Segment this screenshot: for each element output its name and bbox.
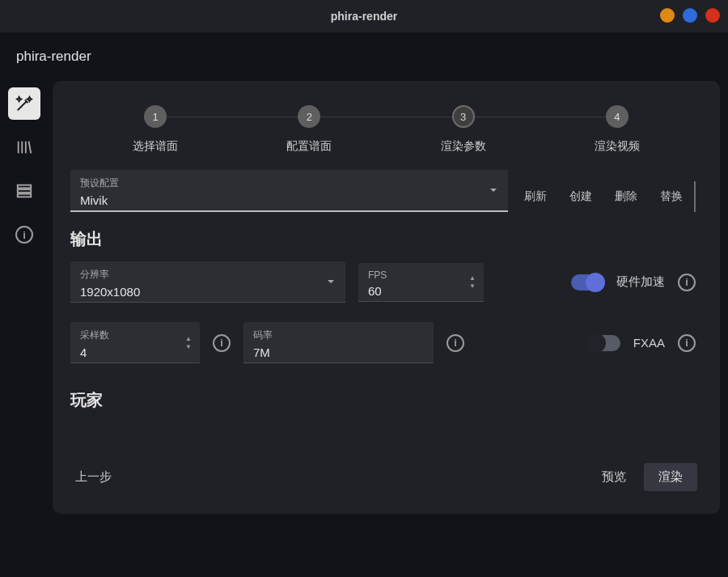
- preview-button[interactable]: 预览: [592, 463, 636, 491]
- field-value: 7M: [253, 346, 424, 359]
- sidebar-item-library[interactable]: [8, 131, 40, 163]
- output-row-2: 采样数 4 ▲ ▼ 码率 7M: [70, 322, 696, 363]
- window-controls: [660, 8, 720, 23]
- output-row-1: 分辨率 1920x1080 FPS 60 ▲: [70, 261, 696, 303]
- minimize-button[interactable]: [660, 8, 675, 23]
- hwaccel-toggle[interactable]: [571, 274, 603, 291]
- footer: 上一步 预览 渲染: [75, 463, 697, 491]
- chevron-down-icon: [489, 185, 498, 195]
- step-circle: 2: [298, 105, 320, 128]
- delete-button[interactable]: 删除: [603, 181, 649, 212]
- step-circle: 1: [144, 105, 167, 128]
- step-circle: 4: [606, 105, 629, 128]
- svg-rect-0: [18, 185, 32, 189]
- sidebar-item-wand[interactable]: [8, 87, 40, 120]
- card: 1 选择谱面 2 配置谱面 3 渲染参数: [53, 81, 720, 514]
- svg-rect-2: [18, 194, 32, 197]
- field-label: FPS: [368, 269, 474, 281]
- samples-info-icon[interactable]: [213, 334, 231, 352]
- field-value: 4: [80, 346, 190, 359]
- fxaa-info-icon[interactable]: [678, 334, 696, 352]
- field-label: 码率: [253, 329, 424, 342]
- step-label: 渲染视频: [595, 139, 640, 154]
- fxaa-label: FXAA: [633, 336, 665, 350]
- step-label: 渲染参数: [441, 139, 486, 154]
- step-label: 选择谱面: [133, 139, 178, 154]
- preset-actions: 刷新 创建 删除 替换: [513, 181, 696, 212]
- field-value: 1920x1080: [80, 285, 336, 299]
- create-button[interactable]: 创建: [558, 181, 603, 212]
- sidebar-item-list[interactable]: [8, 175, 40, 207]
- info-icon: [15, 226, 33, 244]
- step-2[interactable]: 2 配置谱面: [232, 105, 386, 154]
- main-panel: 1 选择谱面 2 配置谱面 3 渲染参数: [49, 81, 728, 577]
- stepper: 1 选择谱面 2 配置谱面 3 渲染参数: [78, 105, 694, 154]
- step-circle: 3: [452, 105, 475, 128]
- render-button[interactable]: 渲染: [644, 463, 697, 491]
- window-title: phira-render: [331, 10, 397, 23]
- step-1[interactable]: 1 选择谱面: [78, 105, 232, 154]
- hwaccel-info-icon[interactable]: [678, 274, 696, 291]
- app-title: phira-render: [16, 49, 91, 65]
- refresh-button[interactable]: 刷新: [513, 181, 558, 212]
- step-label: 配置谱面: [286, 139, 332, 154]
- field-value: 60: [368, 284, 474, 298]
- field-value: Mivik: [80, 193, 498, 207]
- spinner[interactable]: ▲ ▼: [182, 335, 195, 350]
- preset-row: 预设配置 Mivik 刷新 创建 删除 替换: [70, 170, 696, 212]
- step-4[interactable]: 4 渲染视频: [540, 105, 694, 154]
- svg-rect-1: [18, 189, 32, 193]
- bitrate-field[interactable]: 码率 7M: [243, 322, 434, 363]
- fps-field[interactable]: FPS 60 ▲ ▼: [358, 263, 484, 302]
- titlebar: phira-render: [0, 0, 728, 32]
- chevron-down-icon: [326, 277, 336, 286]
- preset-select[interactable]: 预设配置 Mivik: [70, 170, 508, 212]
- step-3[interactable]: 3 渲染参数: [387, 105, 540, 154]
- sidebar: [0, 81, 49, 577]
- bitrate-info-icon[interactable]: [447, 334, 464, 352]
- prev-button[interactable]: 上一步: [75, 469, 112, 485]
- list-icon: [15, 182, 33, 200]
- chevron-up-icon[interactable]: ▲: [466, 274, 479, 281]
- app-header: phira-render: [0, 32, 728, 81]
- field-label: 分辨率: [80, 268, 336, 282]
- section-player-title: 玩家: [70, 389, 696, 411]
- chevron-down-icon[interactable]: ▼: [466, 282, 479, 289]
- chevron-up-icon[interactable]: ▲: [182, 335, 195, 342]
- replace-button[interactable]: 替换: [649, 181, 694, 212]
- hwaccel-label: 硬件加速: [616, 274, 665, 290]
- spinner[interactable]: ▲ ▼: [466, 274, 479, 289]
- wand-icon: [15, 95, 33, 112]
- field-label: 采样数: [80, 329, 190, 342]
- content-scroll[interactable]: 预设配置 Mivik 刷新 创建 删除 替换: [70, 170, 702, 421]
- maximize-button[interactable]: [683, 8, 697, 23]
- fxaa-toggle[interactable]: [588, 335, 620, 351]
- chevron-down-icon[interactable]: ▼: [182, 343, 195, 350]
- close-button[interactable]: [705, 8, 720, 23]
- field-label: 预设配置: [80, 176, 498, 190]
- samples-field[interactable]: 采样数 4 ▲ ▼: [70, 322, 200, 363]
- library-icon: [15, 138, 33, 156]
- sidebar-item-info[interactable]: [8, 218, 40, 251]
- resolution-select[interactable]: 分辨率 1920x1080: [70, 261, 345, 303]
- section-output-title: 输出: [70, 228, 696, 250]
